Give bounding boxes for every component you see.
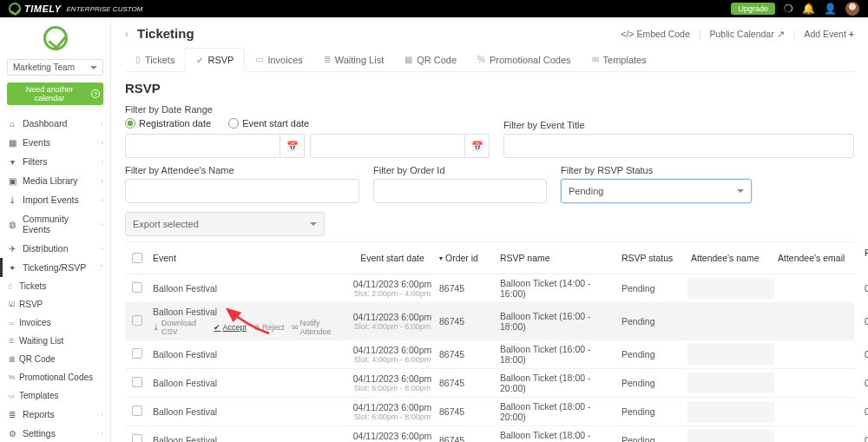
globe-icon: ◍ — [7, 220, 17, 229]
subnav-item-waiting-list[interactable]: Waiting List — [0, 332, 110, 350]
collapse-sidebar-icon[interactable]: ‹ — [125, 28, 128, 40]
radio-registration-date[interactable]: Registration date — [125, 118, 211, 129]
date-from-picker[interactable]: 📅 — [280, 134, 305, 158]
nav-item-settings[interactable]: ⚙Settings› — [0, 424, 110, 442]
embed-code-link[interactable]: </>Embed Code — [621, 29, 689, 39]
th-label: Registration date — [865, 247, 868, 268]
row-checkbox[interactable] — [125, 377, 149, 389]
need-calendar-button[interactable]: Need another calendar ? — [7, 82, 103, 105]
nav-item-import-events[interactable]: ⤓Import Events› — [0, 190, 110, 209]
user-icon[interactable]: 👤 — [824, 3, 837, 15]
th-order[interactable]: ▾Order id — [436, 253, 496, 263]
nav-item-reports[interactable]: ≣Reports› — [0, 405, 110, 424]
table-row[interactable]: Balloon Festival 04/11/2023 6:00pmSlot: … — [125, 369, 854, 398]
avatar[interactable] — [845, 2, 859, 16]
th-rsvp-status[interactable]: RSVP status — [618, 253, 687, 263]
date-to-input[interactable] — [310, 134, 465, 158]
th-start[interactable]: Event start date — [349, 253, 436, 263]
cell-rsvp-name: Balloon Ticket (18:00 - 20:00) — [496, 373, 618, 393]
th-rsvp-name[interactable]: RSVP name — [496, 253, 618, 263]
cell-start: 04/11/2023 6:00pmSlot: 6:00pm - 8:00pm — [349, 431, 436, 442]
nav-item-media-library[interactable]: ▣Media Library› — [0, 171, 110, 190]
cell-order: 86745 — [436, 349, 496, 360]
nav-item-events[interactable]: ▦Events› — [0, 133, 110, 152]
nav-item-filters[interactable]: ▾Filters› — [0, 152, 110, 171]
th-event[interactable]: Event — [149, 253, 349, 263]
tab-invoices[interactable]: ▭Invoices — [245, 48, 312, 71]
tab-rsvp[interactable]: ✔RSVP — [185, 48, 245, 72]
cell-start: 04/11/2023 6:00pmSlot: 6:00pm - 8:00pm — [349, 373, 436, 393]
cell-event: Balloon Festival — [149, 349, 349, 360]
date-to-picker[interactable]: 📅 — [465, 134, 490, 158]
nav-item-dashboard[interactable]: ⌂Dashboard› — [0, 114, 110, 133]
subnav-item-rsvp[interactable]: RSVP — [0, 295, 110, 313]
tab-promotional-codes[interactable]: %Promotional Codes — [467, 48, 581, 71]
notify-action[interactable]: ✉Notify Attendee — [292, 319, 345, 336]
export-select[interactable]: Export selected — [125, 212, 325, 236]
accept-action[interactable]: ✔Accept — [214, 319, 247, 336]
order-id-input[interactable] — [373, 179, 547, 203]
mail-icon: ✉ — [292, 323, 299, 332]
th-checkbox[interactable] — [125, 253, 149, 263]
row-checkbox[interactable] — [125, 282, 149, 294]
th-reg-date[interactable]: Registration date — [861, 247, 868, 268]
team-select-value: Marketing Team — [13, 63, 75, 72]
sidebar-logo[interactable] — [0, 17, 110, 56]
row-checkbox[interactable] — [125, 315, 149, 327]
help-badge-icon: ? — [91, 89, 100, 98]
tab-qr-code[interactable]: ▦QR Code — [394, 48, 467, 71]
event-name: Balloon Festival — [153, 349, 345, 360]
cell-start: 04/11/2023 6:00pmSlot: 4:00pm - 6:00pm — [349, 312, 436, 331]
gear-icon: ⚙ — [7, 429, 17, 439]
separator: | — [793, 29, 796, 39]
download-csv-action[interactable]: ⤓Download CSV — [153, 319, 207, 336]
nav-item-distribution[interactable]: ✈Distribution› — [0, 239, 110, 258]
table-row[interactable]: Balloon Festival 04/11/2023 6:00pmSlot: … — [125, 340, 854, 369]
public-calendar-link[interactable]: Public Calendar↗ — [710, 29, 785, 39]
bell-icon[interactable]: 🔔 — [802, 3, 815, 15]
row-checkbox[interactable] — [125, 434, 149, 442]
upgrade-button[interactable]: Upgrade — [731, 3, 775, 15]
tab-tickets[interactable]: ▯Tickets — [125, 48, 185, 71]
th-att-email[interactable]: Attendee's email — [774, 253, 861, 263]
attendee-name-input[interactable] — [125, 179, 359, 203]
th-label: Attendee's name — [691, 253, 759, 263]
th-label: Event — [153, 253, 176, 263]
cell-reg-date: 04/10/2023 11:47pm — [861, 349, 868, 360]
export-label: Export selected — [133, 219, 199, 229]
subnav-item-qr-code[interactable]: QR Code — [0, 350, 110, 368]
nav-item-label: Distribution — [23, 243, 95, 254]
brand[interactable]: TIMELY ENTERPRISE CUSTOM — [9, 3, 142, 15]
checkbox-icon — [132, 282, 142, 293]
nav-item-ticketing-rsvp[interactable]: ✦Ticketing/RSVP˅ — [0, 258, 110, 277]
tab-templates[interactable]: ✉Templates — [582, 48, 657, 71]
brand-name: TIMELY — [24, 3, 62, 14]
subnav-item-promotional-codes[interactable]: Promotional Codes — [0, 368, 110, 386]
subnav-label: Promotional Codes — [19, 373, 103, 382]
event-title-input[interactable] — [503, 134, 854, 158]
table-row[interactable]: Balloon Festival 04/11/2023 6:00pmSlot: … — [125, 426, 854, 442]
chevron-right-icon: › — [101, 139, 103, 147]
status-select[interactable]: Pending — [561, 179, 752, 203]
subnav-item-templates[interactable]: Templates — [0, 386, 110, 405]
add-event-link[interactable]: Add Event + — [804, 29, 854, 39]
nav-item-label: Dashboard — [23, 118, 95, 129]
subnav-label: Templates — [19, 391, 103, 400]
subnav-item-tickets[interactable]: Tickets — [0, 277, 110, 295]
team-select[interactable]: Marketing Team — [7, 59, 103, 76]
calendar-icon: 📅 — [471, 141, 483, 152]
date-from-input[interactable] — [125, 134, 280, 158]
table-row[interactable]: Balloon Festival 04/11/2023 6:00pmSlot: … — [125, 398, 854, 426]
tab-waiting-list[interactable]: ≣Waiting List — [313, 48, 394, 71]
row-checkbox[interactable] — [125, 348, 149, 360]
cell-reg-date: 04/10/2023 11:47pm — [861, 316, 868, 327]
table-row[interactable]: Balloon Festival 04/11/2023 6:00pmSlot: … — [125, 274, 854, 303]
row-checkbox[interactable] — [125, 406, 149, 418]
nav-item-community-events[interactable]: ◍Community Events› — [0, 209, 110, 239]
subnav-item-invoices[interactable]: Invoices — [0, 313, 110, 332]
reject-action[interactable]: ⊘Reject — [253, 319, 285, 336]
radio-event-start-date[interactable]: Event start date — [228, 118, 309, 129]
table-row[interactable]: Balloon Festival ⤓Download CSV ✔Accept ⊘… — [125, 303, 854, 340]
th-att-name[interactable]: Attendee's name — [687, 253, 774, 263]
help-icon[interactable]: ❍ — [784, 3, 793, 15]
